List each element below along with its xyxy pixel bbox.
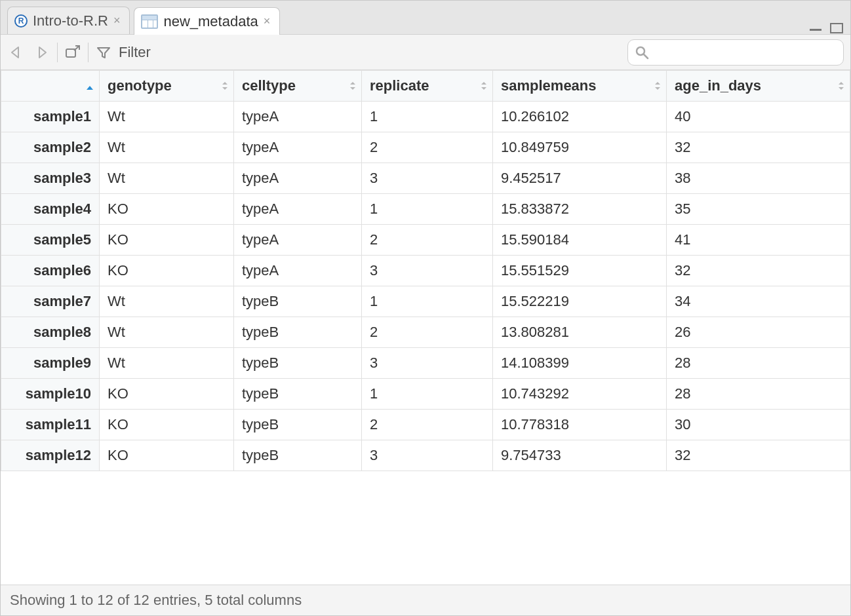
cell-celltype[interactable]: typeB (234, 317, 362, 348)
cell-celltype[interactable]: typeA (234, 102, 362, 132)
cell-genotype[interactable]: Wt (100, 286, 234, 317)
cell-replicate[interactable]: 3 (362, 256, 493, 286)
cell-replicate[interactable]: 2 (362, 317, 493, 348)
table-row[interactable]: sample4KOtypeA115.83387235 (1, 194, 850, 225)
cell-age_in_days[interactable]: 32 (667, 132, 850, 163)
cell-samplemeans[interactable]: 9.754733 (493, 440, 667, 471)
popout-icon[interactable] (64, 44, 81, 61)
column-header-celltype[interactable]: celltype (234, 71, 362, 102)
cell-samplemeans[interactable]: 15.833872 (493, 194, 667, 225)
cell-celltype[interactable]: typeB (234, 286, 362, 317)
cell-age_in_days[interactable]: 32 (667, 256, 850, 286)
nav-back-icon[interactable] (7, 43, 26, 62)
cell-celltype[interactable]: typeA (234, 194, 362, 225)
row-name-cell[interactable]: sample6 (1, 256, 100, 286)
cell-age_in_days[interactable]: 30 (667, 410, 850, 440)
cell-age_in_days[interactable]: 26 (667, 317, 850, 348)
row-name-cell[interactable]: sample12 (1, 440, 100, 471)
cell-age_in_days[interactable]: 28 (667, 348, 850, 379)
column-header-age-in-days[interactable]: age_in_days (667, 71, 850, 102)
tab-new-metadata[interactable]: new_metadata × (134, 7, 280, 35)
cell-samplemeans[interactable]: 10.266102 (493, 102, 667, 132)
cell-age_in_days[interactable]: 35 (667, 194, 850, 225)
cell-age_in_days[interactable]: 38 (667, 163, 850, 194)
cell-replicate[interactable]: 1 (362, 286, 493, 317)
rownames-header[interactable] (1, 71, 100, 102)
cell-samplemeans[interactable]: 15.590184 (493, 225, 667, 256)
cell-genotype[interactable]: Wt (100, 348, 234, 379)
minimize-icon[interactable] (807, 22, 824, 34)
close-icon[interactable]: × (113, 14, 121, 28)
cell-celltype[interactable]: typeB (234, 410, 362, 440)
cell-genotype[interactable]: KO (100, 256, 234, 286)
cell-replicate[interactable]: 1 (362, 194, 493, 225)
table-row[interactable]: sample8WttypeB213.80828126 (1, 317, 850, 348)
row-name-cell[interactable]: sample1 (1, 102, 100, 132)
cell-replicate[interactable]: 2 (362, 225, 493, 256)
cell-celltype[interactable]: typeA (234, 225, 362, 256)
cell-samplemeans[interactable]: 15.522219 (493, 286, 667, 317)
cell-replicate[interactable]: 2 (362, 132, 493, 163)
filter-label[interactable]: Filter (119, 44, 151, 61)
cell-replicate[interactable]: 3 (362, 163, 493, 194)
row-name-cell[interactable]: sample3 (1, 163, 100, 194)
cell-samplemeans[interactable]: 13.808281 (493, 317, 667, 348)
filter-icon[interactable] (95, 44, 112, 61)
cell-celltype[interactable]: typeB (234, 440, 362, 471)
table-row[interactable]: sample3WttypeA39.45251738 (1, 163, 850, 194)
table-row[interactable]: sample12KOtypeB39.75473332 (1, 440, 850, 471)
cell-genotype[interactable]: KO (100, 194, 234, 225)
cell-genotype[interactable]: KO (100, 440, 234, 471)
cell-genotype[interactable]: Wt (100, 102, 234, 132)
table-row[interactable]: sample6KOtypeA315.55152932 (1, 256, 850, 286)
table-row[interactable]: sample9WttypeB314.10839928 (1, 348, 850, 379)
column-header-replicate[interactable]: replicate (362, 71, 493, 102)
row-name-cell[interactable]: sample4 (1, 194, 100, 225)
cell-genotype[interactable]: KO (100, 410, 234, 440)
data-grid[interactable]: genotype celltype re (1, 70, 850, 585)
row-name-cell[interactable]: sample11 (1, 410, 100, 440)
cell-samplemeans[interactable]: 15.551529 (493, 256, 667, 286)
row-name-cell[interactable]: sample5 (1, 225, 100, 256)
cell-genotype[interactable]: Wt (100, 317, 234, 348)
tab-intro-to-r[interactable]: R Intro-to-R.R × (7, 7, 130, 34)
row-name-cell[interactable]: sample9 (1, 348, 100, 379)
cell-age_in_days[interactable]: 34 (667, 286, 850, 317)
cell-celltype[interactable]: typeB (234, 379, 362, 410)
table-row[interactable]: sample11KOtypeB210.77831830 (1, 410, 850, 440)
cell-celltype[interactable]: typeA (234, 132, 362, 163)
cell-genotype[interactable]: KO (100, 379, 234, 410)
cell-samplemeans[interactable]: 14.108399 (493, 348, 667, 379)
cell-samplemeans[interactable]: 10.743292 (493, 379, 667, 410)
row-name-cell[interactable]: sample8 (1, 317, 100, 348)
table-row[interactable]: sample5KOtypeA215.59018441 (1, 225, 850, 256)
table-row[interactable]: sample1WttypeA110.26610240 (1, 102, 850, 132)
table-row[interactable]: sample10KOtypeB110.74329228 (1, 379, 850, 410)
nav-forward-icon[interactable] (32, 43, 50, 62)
cell-genotype[interactable]: Wt (100, 132, 234, 163)
search-input[interactable] (654, 45, 837, 60)
row-name-cell[interactable]: sample10 (1, 379, 100, 410)
cell-age_in_days[interactable]: 41 (667, 225, 850, 256)
cell-genotype[interactable]: KO (100, 225, 234, 256)
row-name-cell[interactable]: sample2 (1, 132, 100, 163)
cell-celltype[interactable]: typeA (234, 256, 362, 286)
cell-celltype[interactable]: typeA (234, 163, 362, 194)
cell-age_in_days[interactable]: 32 (667, 440, 850, 471)
table-row[interactable]: sample7WttypeB115.52221934 (1, 286, 850, 317)
cell-replicate[interactable]: 2 (362, 410, 493, 440)
cell-replicate[interactable]: 1 (362, 102, 493, 132)
cell-celltype[interactable]: typeB (234, 348, 362, 379)
cell-samplemeans[interactable]: 9.452517 (493, 163, 667, 194)
cell-replicate[interactable]: 1 (362, 379, 493, 410)
column-header-genotype[interactable]: genotype (100, 71, 234, 102)
cell-age_in_days[interactable]: 40 (667, 102, 850, 132)
column-header-samplemeans[interactable]: samplemeans (493, 71, 667, 102)
search-box[interactable] (627, 39, 844, 66)
cell-samplemeans[interactable]: 10.778318 (493, 410, 667, 440)
close-icon[interactable]: × (264, 14, 271, 28)
row-name-cell[interactable]: sample7 (1, 286, 100, 317)
cell-replicate[interactable]: 3 (362, 348, 493, 379)
cell-age_in_days[interactable]: 28 (667, 379, 850, 410)
cell-replicate[interactable]: 3 (362, 440, 493, 471)
